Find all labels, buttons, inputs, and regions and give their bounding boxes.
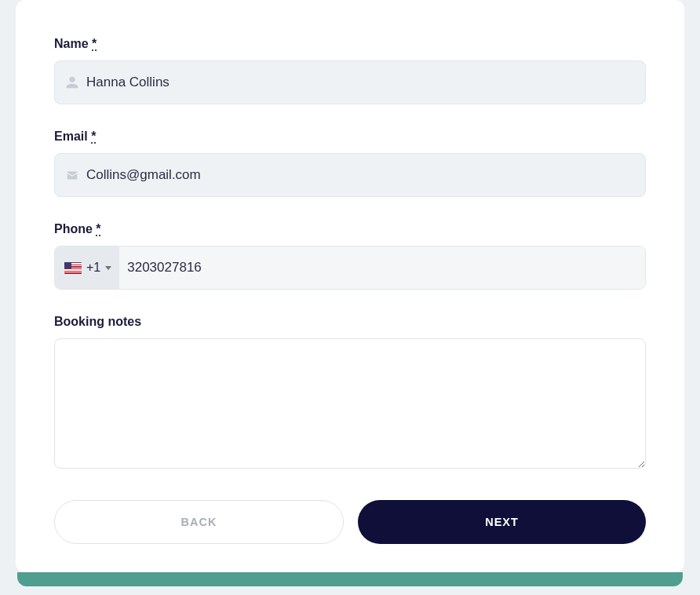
phone-required-marker: * [96,222,100,235]
country-code-selector[interactable]: +1 [55,246,119,289]
button-row: BACK NEXT [54,500,646,544]
email-label-text: Email [54,130,91,143]
email-label: Email * [54,130,646,144]
phone-label: Phone * [54,222,646,236]
name-input[interactable] [86,61,645,104]
next-button[interactable]: NEXT [358,500,646,544]
name-label: Name * [54,37,646,51]
notes-label: Booking notes [54,315,646,329]
back-button[interactable]: BACK [54,500,344,544]
phone-label-text: Phone [54,222,96,235]
email-group: Email * [54,130,646,197]
us-flag-icon [64,262,82,274]
name-label-text: Name [54,37,92,50]
country-code-text: +1 [86,261,100,275]
notes-group: Booking notes [54,315,646,472]
envelope-icon [64,167,80,183]
phone-input[interactable] [119,246,645,289]
page-wrapper: Name * Email * Phone * [0,0,700,595]
email-input-wrap [54,153,646,197]
name-required-marker: * [92,37,97,50]
footer-strip [17,572,683,586]
form-card: Name * Email * Phone * [16,0,684,572]
chevron-down-icon [105,266,111,270]
booking-notes-textarea[interactable] [54,338,646,469]
email-required-marker: * [91,130,96,143]
name-input-wrap [54,60,646,104]
phone-input-wrap: +1 [54,246,646,290]
email-input[interactable] [86,154,645,196]
phone-group: Phone * +1 [54,222,646,290]
user-icon [64,75,80,90]
name-group: Name * [54,37,646,104]
